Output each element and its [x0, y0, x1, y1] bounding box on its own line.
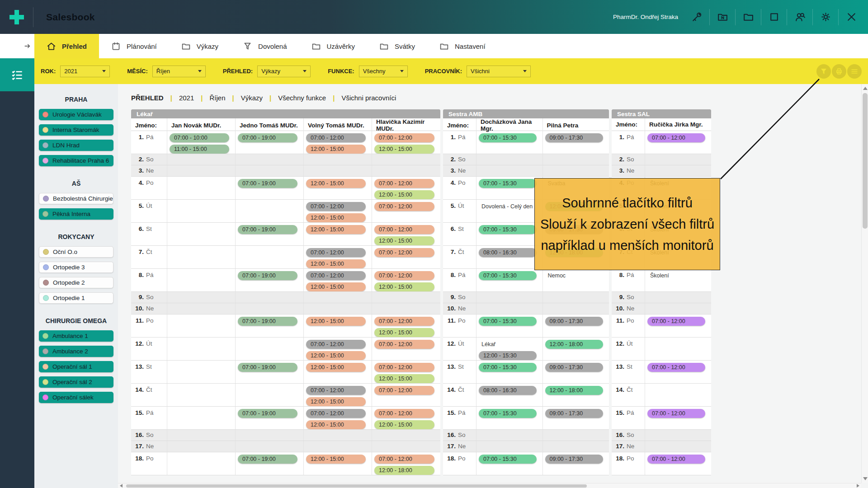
shift-pill[interactable]: 12:00 - 18:00	[545, 340, 604, 349]
scroll-up-icon[interactable]	[863, 87, 868, 90]
sidebar-item-ortopedie-1[interactable]: Ortopedie 1	[39, 292, 113, 304]
sidebar-item-bezbolestna-chirurgie[interactable]: Bezbolestná Chirurgie	[39, 193, 113, 204]
shift-pill[interactable]: 12:00 - 15:00	[374, 236, 434, 245]
shift-pill[interactable]: 12:00 - 15:00	[306, 259, 366, 268]
shift-note[interactable]: Školení	[647, 271, 705, 280]
shift-pill[interactable]: 09:00 - 17:30	[545, 409, 604, 418]
shift-pill[interactable]: 09:00 - 17:30	[545, 317, 604, 326]
sidebar-item-ortopedie-3[interactable]: Ortopedie 3	[39, 262, 113, 273]
shift-pill[interactable]: 07:00 - 15:30	[479, 317, 537, 326]
shift-pill[interactable]: 12:00 - 15:00	[306, 397, 366, 406]
tab-nastaveni[interactable]: Nastavení	[427, 34, 498, 58]
shift-note[interactable]: Dovolená - Celý den	[479, 202, 537, 211]
shift-pill[interactable]: 07:00 - 12:00	[306, 248, 366, 257]
tab-dovolena[interactable]: Dovolená	[231, 34, 299, 58]
sidebar-item-ocni-o-o[interactable]: Oční O.o	[39, 246, 113, 258]
tab-uzaverky[interactable]: Uzávěrky	[299, 34, 368, 58]
sidebar-item-operacni-sal-2[interactable]: Operační sál 2	[39, 376, 113, 388]
shift-pill[interactable]: 12:00 - 15:00	[374, 374, 434, 383]
shift-pill[interactable]: 07:00 - 12:00	[374, 179, 434, 188]
shift-note[interactable]: Lékař	[479, 340, 537, 349]
shift-pill[interactable]: 07:00 - 19:00	[238, 317, 297, 326]
shift-pill[interactable]: 12:00 - 15:00	[306, 225, 366, 234]
shift-pill[interactable]: 07:00 - 12:00	[374, 340, 434, 349]
shift-pill[interactable]: 07:00 - 15:30	[479, 179, 537, 188]
shift-pill[interactable]: 07:00 - 12:00	[374, 455, 434, 464]
shift-pill[interactable]: 07:00 - 12:00	[374, 248, 434, 257]
shift-pill[interactable]: 12:00 - 15:00	[306, 179, 366, 188]
folder-n-icon[interactable]	[716, 10, 729, 24]
filter-select-rok[interactable]: 2021	[60, 66, 110, 77]
shift-pill[interactable]: 07:00 - 12:00	[647, 363, 705, 372]
shift-pill[interactable]: 07:00 - 15:30	[479, 133, 537, 142]
shift-pill[interactable]: 12:00 - 15:00	[306, 282, 366, 291]
shift-pill[interactable]: 11:00 - 15:00	[170, 145, 229, 154]
shift-pill[interactable]: 12:00 - 15:00	[374, 145, 434, 154]
shift-pill[interactable]: 12:00 - 15:00	[374, 328, 434, 337]
sidebar-expand-arrow-icon[interactable]	[0, 34, 34, 58]
shift-pill[interactable]: 07:00 - 19:00	[238, 225, 297, 234]
sidebar-item-ambulance-2[interactable]: Ambulance 2	[39, 346, 113, 357]
sidebar-item-ortopedie-2[interactable]: Ortopedie 2	[39, 277, 113, 288]
scroll-down-icon[interactable]	[863, 477, 868, 480]
sidebar-item-ldn-hrad[interactable]: LDN Hrad	[39, 140, 113, 151]
shift-pill[interactable]: 07:00 - 12:00	[647, 409, 705, 418]
shift-pill[interactable]: 12:00 - 15:00	[374, 190, 434, 199]
shift-pill[interactable]: 07:00 - 12:00	[306, 340, 366, 349]
tab-svatky[interactable]: Svátky	[367, 34, 427, 58]
sidebar-item-interna-staromak[interactable]: Interna Staromák	[39, 124, 113, 136]
shift-pill[interactable]: 12:00 - 15:00	[306, 351, 366, 360]
shift-pill[interactable]: 12:00 - 18:00	[374, 466, 434, 475]
sidebar-item-operacni-salek[interactable]: Operační sálek	[39, 392, 113, 403]
shift-pill[interactable]: 12:00 - 15:00	[374, 420, 434, 429]
shift-pill[interactable]: 07:00 - 12:00	[374, 271, 434, 280]
sidebar-item-rehabilitace-praha-6[interactable]: Rehabilitace Praha 6	[39, 155, 113, 166]
shift-pill[interactable]: 08:00 - 16:30	[479, 386, 537, 395]
shift-pill[interactable]: 07:00 - 12:00	[306, 409, 366, 418]
shift-pill[interactable]: 09:00 - 17:30	[545, 133, 604, 142]
shift-pill[interactable]: 07:00 - 19:00	[238, 179, 297, 188]
folder-icon[interactable]	[741, 10, 755, 24]
filter-button[interactable]	[816, 64, 831, 79]
close-icon[interactable]	[844, 10, 858, 24]
shift-pill[interactable]: 08:00 - 16:30	[479, 248, 537, 257]
shift-pill[interactable]: 07:00 - 12:00	[647, 317, 705, 326]
user-search-icon[interactable]	[793, 10, 807, 24]
shift-pill[interactable]: 07:00 - 12:00	[374, 225, 434, 234]
key-icon[interactable]	[690, 10, 703, 24]
shift-pill[interactable]: 12:00 - 15:00	[306, 455, 366, 464]
window-icon[interactable]	[767, 10, 781, 24]
shift-pill[interactable]: 07:00 - 12:00	[306, 133, 366, 142]
shift-pill[interactable]: 07:00 - 15:30	[479, 225, 537, 234]
shift-pill[interactable]: 12:00 - 18:00	[545, 386, 604, 395]
horizontal-scroll-thumb[interactable]	[126, 484, 587, 488]
shift-pill[interactable]: 12:00 - 15:00	[306, 420, 366, 429]
shift-pill[interactable]: 07:00 - 15:30	[479, 409, 537, 418]
tab-prehled[interactable]: Přehled	[34, 34, 99, 58]
shift-pill[interactable]: 07:00 - 12:00	[647, 133, 705, 142]
filter-select-prehled[interactable]: Výkazy	[257, 66, 311, 77]
shift-pill[interactable]: 07:00 - 12:00	[306, 386, 366, 395]
shift-note[interactable]: Nemoc	[545, 271, 604, 280]
horizontal-scrollbar[interactable]	[118, 483, 861, 488]
shift-pill[interactable]: 12:00 - 15:00	[306, 145, 366, 154]
shift-pill[interactable]: 07:00 - 12:00	[374, 317, 434, 326]
sidebar-item-urologie-vaclavak[interactable]: Urologie Václavák	[39, 109, 113, 120]
shift-pill[interactable]: 12:00 - 15:00	[306, 213, 366, 222]
checklist-menu-icon[interactable]	[0, 58, 34, 91]
shift-pill[interactable]: 07:00 - 12:00	[374, 386, 434, 395]
sidebar-item-operacni-sal-1[interactable]: Operační sál 1	[39, 361, 113, 372]
shift-pill[interactable]: 09:00 - 17:30	[545, 363, 604, 372]
shift-pill[interactable]: 07:00 - 19:00	[238, 409, 297, 418]
shift-pill[interactable]: 07:00 - 12:00	[374, 363, 434, 372]
shift-pill[interactable]: 07:00 - 19:00	[238, 271, 297, 280]
shift-pill[interactable]: 07:00 - 19:00	[238, 455, 297, 464]
menu-button[interactable]	[847, 64, 862, 79]
shift-pill[interactable]: 07:00 - 12:00	[306, 271, 366, 280]
filter-select-pracovnik[interactable]: Všichni	[467, 66, 531, 77]
shift-pill[interactable]: 07:00 - 12:00	[374, 409, 434, 418]
filter-select-funkce[interactable]: Všechny	[359, 66, 408, 77]
shift-pill[interactable]: 07:00 - 12:00	[374, 202, 434, 211]
vertical-scroll-thumb[interactable]	[863, 93, 868, 229]
tab-planovani[interactable]: Plánování	[99, 34, 169, 58]
